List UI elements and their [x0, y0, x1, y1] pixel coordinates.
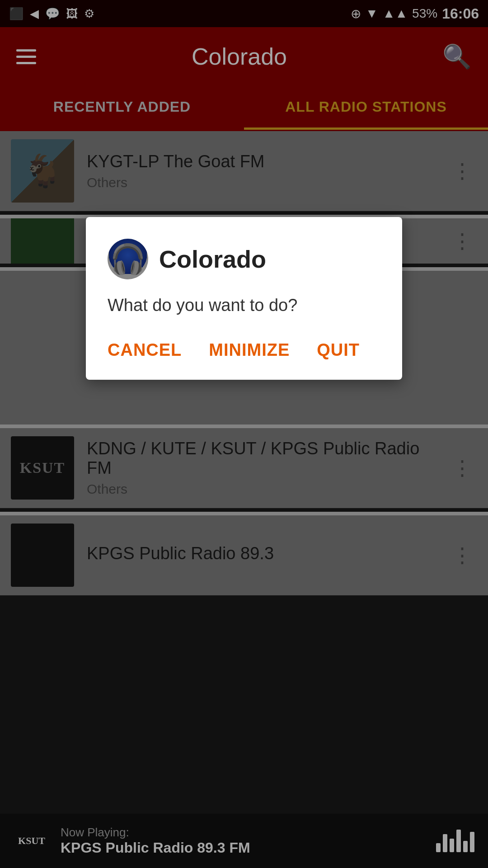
modal-overlay: 🎧 Colorado What do you want to do? CANCE…: [0, 0, 488, 868]
cancel-button[interactable]: CANCEL: [108, 337, 182, 363]
quit-button[interactable]: QUIT: [317, 337, 360, 363]
minimize-button[interactable]: MINIMIZE: [209, 337, 290, 363]
dialog: 🎧 Colorado What do you want to do? CANCE…: [86, 217, 402, 380]
colorado-radio-icon: 🎧: [110, 242, 146, 276]
dialog-logo: 🎧: [108, 239, 148, 279]
dialog-header: 🎧 Colorado: [108, 239, 380, 279]
dialog-title: Colorado: [159, 245, 266, 273]
dialog-message: What do you want to do?: [108, 296, 380, 315]
dialog-actions: CANCEL MINIMIZE QUIT: [108, 337, 380, 363]
